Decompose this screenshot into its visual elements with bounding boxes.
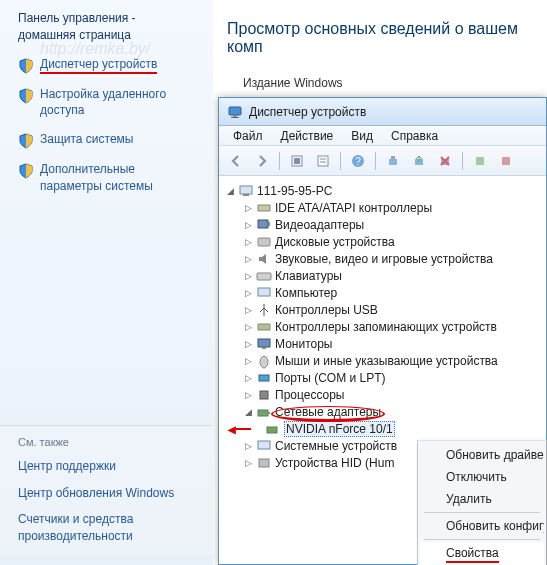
disk-icon	[256, 234, 272, 250]
keyboard-icon	[256, 268, 272, 284]
tree-category-sound[interactable]: ▷Звуковые, видео и игровые устройства	[225, 250, 546, 267]
svg-rect-10	[389, 159, 397, 165]
context-item-scan-hardware[interactable]: Обновить конфигура	[420, 515, 544, 537]
expand-icon[interactable]: ▷	[243, 254, 253, 264]
svg-rect-35	[258, 441, 270, 449]
tree-category-video[interactable]: ▷Видеоадаптеры	[225, 216, 546, 233]
tree-category-ports[interactable]: ▷Порты (COM и LPT)	[225, 369, 546, 386]
svg-rect-28	[262, 347, 266, 349]
sidebar-item-label: Диспетчер устройств	[40, 56, 157, 73]
menubar: Файл Действие Вид Справка	[219, 126, 546, 146]
svg-rect-21	[258, 220, 268, 228]
expand-icon[interactable]: ▷	[243, 373, 253, 383]
menu-file[interactable]: Файл	[225, 127, 271, 145]
device-manager-icon	[227, 104, 243, 120]
uninstall-button[interactable]	[434, 150, 456, 172]
network-adapter-icon	[256, 404, 272, 420]
enable-button[interactable]	[469, 150, 491, 172]
sidebar-item-label: Настройка удаленного доступа	[40, 86, 195, 120]
svg-rect-25	[258, 288, 270, 296]
help-button[interactable]: ?	[347, 150, 369, 172]
tree-category-mice[interactable]: ▷Мыши и иные указывающие устройства	[225, 352, 546, 369]
ide-icon	[256, 200, 272, 216]
svg-point-29	[260, 356, 268, 368]
properties-button[interactable]	[312, 150, 334, 172]
svg-rect-36	[259, 459, 269, 467]
hid-icon	[256, 455, 272, 471]
tree-root[interactable]: ◢ 111-95-95-PC	[225, 182, 546, 199]
see-also-heading: См. также	[18, 436, 195, 448]
svg-rect-34	[267, 427, 277, 433]
expand-icon[interactable]: ▷	[243, 203, 253, 213]
expand-icon[interactable]: ▷	[243, 288, 253, 298]
tree-label: 111-95-95-PC	[257, 184, 332, 198]
separator	[279, 152, 280, 170]
svg-rect-5	[318, 156, 328, 166]
sidebar-link-support-center[interactable]: Центр поддержки	[18, 458, 195, 475]
menu-action[interactable]: Действие	[273, 127, 342, 145]
sidebar-item-advanced-system[interactable]: Дополнительные параметры системы	[18, 161, 195, 195]
computer-icon	[256, 285, 272, 301]
tree-category-processors[interactable]: ▷Процессоры	[225, 386, 546, 403]
tree-category-disk[interactable]: ▷Дисковые устройства	[225, 233, 546, 250]
context-menu: Обновить драйверы Отключить Удалить Обно…	[417, 440, 547, 565]
disable-button[interactable]	[495, 150, 517, 172]
network-card-icon	[265, 421, 281, 437]
expand-icon[interactable]: ▷	[243, 339, 253, 349]
sidebar-item-device-manager[interactable]: Диспетчер устройств	[18, 56, 195, 74]
show-hidden-button[interactable]	[286, 150, 308, 172]
expand-icon[interactable]: ▷	[243, 220, 253, 230]
display-adapter-icon	[256, 217, 272, 233]
expand-icon[interactable]: ▷	[243, 390, 253, 400]
svg-rect-4	[294, 158, 300, 164]
context-item-uninstall[interactable]: Удалить	[420, 488, 544, 510]
svg-rect-1	[233, 115, 237, 117]
expand-icon[interactable]: ▷	[243, 271, 253, 281]
svg-rect-20	[258, 205, 270, 211]
svg-rect-30	[259, 375, 269, 381]
context-item-update-drivers[interactable]: Обновить драйверы	[420, 444, 544, 466]
expand-icon[interactable]: ▷	[243, 322, 253, 332]
tree-device-nvidia-nforce[interactable]: NVIDIA nForce 10/1	[225, 420, 546, 437]
expand-icon[interactable]: ▷	[243, 458, 253, 468]
shield-icon	[18, 88, 34, 104]
expand-icon[interactable]: ▷	[243, 237, 253, 247]
context-item-properties[interactable]: Свойства	[420, 542, 544, 565]
tree-category-computer[interactable]: ▷Компьютер	[225, 284, 546, 301]
collapse-icon[interactable]: ◢	[243, 407, 253, 417]
svg-text:?: ?	[355, 156, 361, 167]
svg-rect-26	[258, 324, 270, 330]
mouse-icon	[256, 353, 272, 369]
separator	[462, 152, 463, 170]
sidebar-item-label: Дополнительные параметры системы	[40, 161, 195, 195]
sidebar-link-windows-update[interactable]: Центр обновления Windows	[18, 485, 195, 502]
tree-category-storage[interactable]: ▷Контроллеры запоминающих устройств	[225, 318, 546, 335]
update-driver-button[interactable]	[408, 150, 430, 172]
collapse-icon[interactable]: ◢	[225, 186, 235, 196]
titlebar[interactable]: Диспетчер устройств	[219, 98, 546, 126]
tree-category-keyboard[interactable]: ▷Клавиатуры	[225, 267, 546, 284]
sidebar-item-home[interactable]: Панель управления - домашняя страница	[18, 10, 195, 44]
system-device-icon	[256, 438, 272, 454]
sidebar-item-label: Защита системы	[40, 131, 133, 148]
sidebar-item-system-protection[interactable]: Защита системы	[18, 131, 195, 149]
sidebar-item-remote-access[interactable]: Настройка удаленного доступа	[18, 86, 195, 120]
tree-category-usb[interactable]: ▷Контроллеры USB	[225, 301, 546, 318]
sidebar-link-performance[interactable]: Счетчики и средства производительности	[18, 511, 195, 545]
svg-rect-2	[231, 117, 239, 118]
back-button[interactable]	[225, 150, 247, 172]
expand-icon[interactable]: ▷	[243, 305, 253, 315]
tree-category-network[interactable]: ◢Сетевые адаптеры	[225, 403, 546, 420]
tree-category-ide[interactable]: ▷IDE ATA/ATAPI контроллеры	[225, 199, 546, 216]
expand-icon[interactable]: ▷	[243, 441, 253, 451]
tree-category-monitors[interactable]: ▷Мониторы	[225, 335, 546, 352]
scan-hardware-button[interactable]	[382, 150, 404, 172]
svg-rect-0	[229, 107, 241, 115]
forward-button[interactable]	[251, 150, 273, 172]
context-item-disable[interactable]: Отключить	[420, 466, 544, 488]
separator	[424, 539, 540, 540]
window-title: Диспетчер устройств	[249, 105, 366, 119]
menu-help[interactable]: Справка	[383, 127, 446, 145]
expand-icon[interactable]: ▷	[243, 356, 253, 366]
menu-view[interactable]: Вид	[343, 127, 381, 145]
